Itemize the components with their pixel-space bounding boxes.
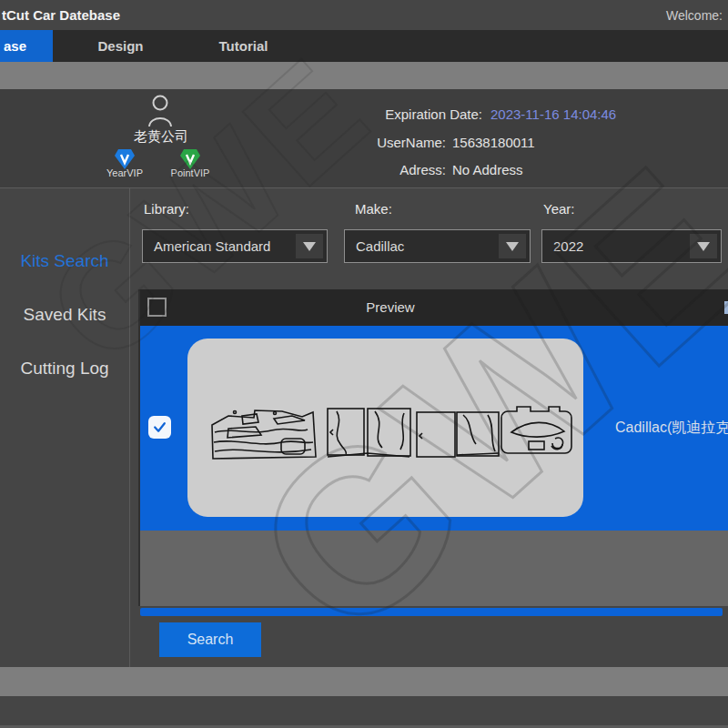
make-selected-value: Cadillac xyxy=(356,230,404,262)
partial-column-header xyxy=(724,301,728,314)
tab-tutorial[interactable]: Tutorial xyxy=(182,30,305,62)
make-dropdown[interactable]: Cadillac xyxy=(344,229,531,263)
expiration-date-value: 2023-11-16 14:04:46 xyxy=(490,106,616,122)
sidebar-item-saved-kits[interactable]: Saved Kits xyxy=(0,305,129,325)
tab-database[interactable]: ase xyxy=(0,30,53,62)
library-dropdown-button[interactable] xyxy=(296,234,323,258)
table-header: Preview xyxy=(140,289,728,326)
username-value: 15638180011 xyxy=(452,135,535,150)
user-panel: 老黄公司 YearVIP PointVIP Expiration Date: 2… xyxy=(0,89,728,188)
row-checkbox-checked[interactable] xyxy=(148,416,171,439)
preview-column-header: Preview xyxy=(322,289,459,326)
library-selected-value: American Standard xyxy=(154,230,270,262)
year-selected-value: 2022 xyxy=(553,230,583,262)
chevron-down-icon xyxy=(506,242,519,251)
expiration-date-label: Expiration Date: xyxy=(300,106,482,122)
tab-design[interactable]: Design xyxy=(64,30,177,62)
chevron-down-icon xyxy=(697,242,710,251)
app-window: tCut Car Datebase Welcome: ase Design Tu… xyxy=(0,0,728,728)
kit-name: Cadillac(凯迪拉克 xyxy=(615,419,728,438)
footer-dark-strip xyxy=(0,696,728,725)
table-row[interactable]: Cadillac(凯迪拉克 xyxy=(140,326,728,531)
sidebar-item-cutting-log[interactable]: Cutting Log xyxy=(0,359,129,379)
make-dropdown-button[interactable] xyxy=(499,234,526,258)
check-icon xyxy=(152,420,167,435)
window-title: tCut Car Datebase xyxy=(2,7,120,23)
year-dropdown-button[interactable] xyxy=(690,234,717,258)
cut-pattern-drawing xyxy=(187,339,583,517)
username-label: UserName: xyxy=(264,135,446,150)
footer-strip xyxy=(0,667,728,696)
chevron-down-icon xyxy=(303,242,316,251)
sidebar-item-kits-search[interactable]: Kits Search xyxy=(0,251,129,271)
title-bar: tCut Car Datebase Welcome: xyxy=(0,0,728,30)
welcome-label: Welcome: xyxy=(666,8,723,23)
kit-preview-image[interactable] xyxy=(187,339,583,517)
sidebar-divider xyxy=(129,188,130,667)
header-separator-strip xyxy=(0,62,728,89)
select-all-checkbox[interactable] xyxy=(147,298,167,317)
tab-bar: ase Design Tutorial xyxy=(0,30,728,62)
address-label: Adress: xyxy=(264,162,446,177)
company-name: 老黄公司 xyxy=(116,128,206,146)
user-avatar-icon xyxy=(147,95,173,127)
year-label: Year: xyxy=(543,201,574,217)
library-label: Library: xyxy=(144,201,189,217)
address-value: No Address xyxy=(452,162,523,177)
year-dropdown[interactable]: 2022 xyxy=(541,229,722,263)
make-label: Make: xyxy=(355,201,392,217)
kits-results-table: Preview xyxy=(138,289,728,606)
search-button[interactable]: Search xyxy=(159,622,261,657)
year-vip-label: YearVIP xyxy=(96,167,154,178)
horizontal-scrollbar[interactable] xyxy=(140,608,723,616)
point-vip-label: PointVIP xyxy=(161,167,219,178)
library-dropdown[interactable]: American Standard xyxy=(142,229,328,263)
